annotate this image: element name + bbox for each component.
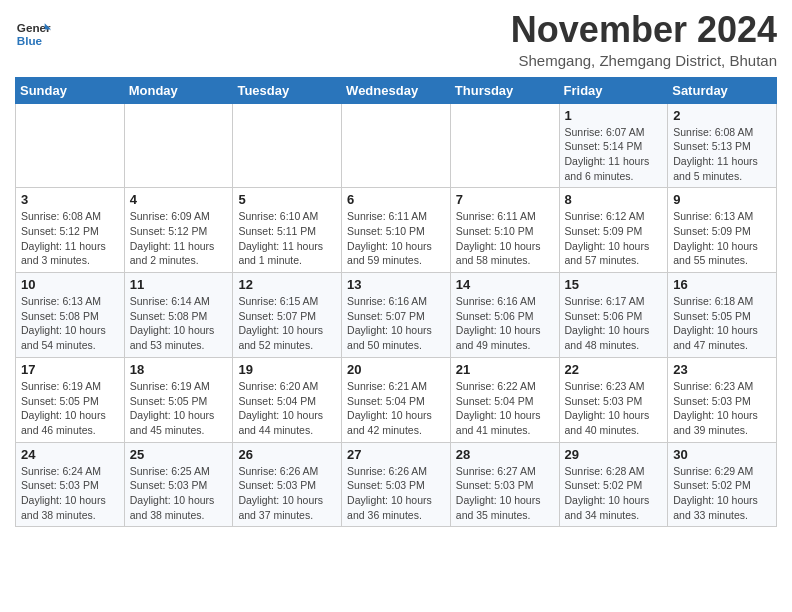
calendar-day-cell: 2Sunrise: 6:08 AM Sunset: 5:13 PM Daylig… (668, 103, 777, 188)
day-info: Sunrise: 6:19 AM Sunset: 5:05 PM Dayligh… (21, 379, 119, 438)
day-info: Sunrise: 6:20 AM Sunset: 5:04 PM Dayligh… (238, 379, 336, 438)
day-number: 5 (238, 192, 336, 207)
calendar-day-cell: 16Sunrise: 6:18 AM Sunset: 5:05 PM Dayli… (668, 273, 777, 358)
day-number: 25 (130, 447, 228, 462)
calendar-day-cell: 7Sunrise: 6:11 AM Sunset: 5:10 PM Daylig… (450, 188, 559, 273)
day-info: Sunrise: 6:07 AM Sunset: 5:14 PM Dayligh… (565, 125, 663, 184)
location-subtitle: Shemgang, Zhemgang District, Bhutan (511, 52, 777, 69)
day-number: 28 (456, 447, 554, 462)
calendar-day-cell (233, 103, 342, 188)
calendar-day-cell: 25Sunrise: 6:25 AM Sunset: 5:03 PM Dayli… (124, 442, 233, 527)
day-number: 12 (238, 277, 336, 292)
calendar-week-row: 24Sunrise: 6:24 AM Sunset: 5:03 PM Dayli… (16, 442, 777, 527)
day-number: 26 (238, 447, 336, 462)
day-number: 27 (347, 447, 445, 462)
day-number: 15 (565, 277, 663, 292)
day-number: 6 (347, 192, 445, 207)
calendar-day-cell: 13Sunrise: 6:16 AM Sunset: 5:07 PM Dayli… (342, 273, 451, 358)
weekday-header: Friday (559, 77, 668, 103)
page-header: General Blue November 2024 Shemgang, Zhe… (15, 10, 777, 69)
day-number: 18 (130, 362, 228, 377)
day-number: 23 (673, 362, 771, 377)
calendar-day-cell: 20Sunrise: 6:21 AM Sunset: 5:04 PM Dayli… (342, 357, 451, 442)
day-info: Sunrise: 6:08 AM Sunset: 5:13 PM Dayligh… (673, 125, 771, 184)
calendar-day-cell: 6Sunrise: 6:11 AM Sunset: 5:10 PM Daylig… (342, 188, 451, 273)
day-number: 29 (565, 447, 663, 462)
calendar-day-cell: 4Sunrise: 6:09 AM Sunset: 5:12 PM Daylig… (124, 188, 233, 273)
logo: General Blue (15, 16, 51, 52)
day-info: Sunrise: 6:22 AM Sunset: 5:04 PM Dayligh… (456, 379, 554, 438)
weekday-header: Saturday (668, 77, 777, 103)
day-number: 10 (21, 277, 119, 292)
calendar-day-cell: 15Sunrise: 6:17 AM Sunset: 5:06 PM Dayli… (559, 273, 668, 358)
calendar-day-cell: 28Sunrise: 6:27 AM Sunset: 5:03 PM Dayli… (450, 442, 559, 527)
calendar-day-cell: 23Sunrise: 6:23 AM Sunset: 5:03 PM Dayli… (668, 357, 777, 442)
day-number: 19 (238, 362, 336, 377)
calendar-day-cell: 18Sunrise: 6:19 AM Sunset: 5:05 PM Dayli… (124, 357, 233, 442)
month-title: November 2024 (511, 10, 777, 50)
day-info: Sunrise: 6:18 AM Sunset: 5:05 PM Dayligh… (673, 294, 771, 353)
day-number: 11 (130, 277, 228, 292)
day-info: Sunrise: 6:29 AM Sunset: 5:02 PM Dayligh… (673, 464, 771, 523)
day-number: 20 (347, 362, 445, 377)
calendar-day-cell: 26Sunrise: 6:26 AM Sunset: 5:03 PM Dayli… (233, 442, 342, 527)
day-info: Sunrise: 6:16 AM Sunset: 5:06 PM Dayligh… (456, 294, 554, 353)
day-info: Sunrise: 6:16 AM Sunset: 5:07 PM Dayligh… (347, 294, 445, 353)
calendar-day-cell: 11Sunrise: 6:14 AM Sunset: 5:08 PM Dayli… (124, 273, 233, 358)
calendar-day-cell: 22Sunrise: 6:23 AM Sunset: 5:03 PM Dayli… (559, 357, 668, 442)
calendar-day-cell: 17Sunrise: 6:19 AM Sunset: 5:05 PM Dayli… (16, 357, 125, 442)
day-info: Sunrise: 6:23 AM Sunset: 5:03 PM Dayligh… (673, 379, 771, 438)
calendar-day-cell: 5Sunrise: 6:10 AM Sunset: 5:11 PM Daylig… (233, 188, 342, 273)
day-number: 1 (565, 108, 663, 123)
title-block: November 2024 Shemgang, Zhemgang Distric… (511, 10, 777, 69)
calendar-day-cell: 3Sunrise: 6:08 AM Sunset: 5:12 PM Daylig… (16, 188, 125, 273)
weekday-header: Wednesday (342, 77, 451, 103)
day-number: 22 (565, 362, 663, 377)
day-info: Sunrise: 6:19 AM Sunset: 5:05 PM Dayligh… (130, 379, 228, 438)
calendar-day-cell: 30Sunrise: 6:29 AM Sunset: 5:02 PM Dayli… (668, 442, 777, 527)
calendar-day-cell: 21Sunrise: 6:22 AM Sunset: 5:04 PM Dayli… (450, 357, 559, 442)
calendar-day-cell (124, 103, 233, 188)
calendar-day-cell: 19Sunrise: 6:20 AM Sunset: 5:04 PM Dayli… (233, 357, 342, 442)
calendar-day-cell: 24Sunrise: 6:24 AM Sunset: 5:03 PM Dayli… (16, 442, 125, 527)
day-info: Sunrise: 6:08 AM Sunset: 5:12 PM Dayligh… (21, 209, 119, 268)
calendar-day-cell: 27Sunrise: 6:26 AM Sunset: 5:03 PM Dayli… (342, 442, 451, 527)
day-info: Sunrise: 6:09 AM Sunset: 5:12 PM Dayligh… (130, 209, 228, 268)
calendar-week-row: 1Sunrise: 6:07 AM Sunset: 5:14 PM Daylig… (16, 103, 777, 188)
day-info: Sunrise: 6:13 AM Sunset: 5:09 PM Dayligh… (673, 209, 771, 268)
calendar-day-cell: 9Sunrise: 6:13 AM Sunset: 5:09 PM Daylig… (668, 188, 777, 273)
day-number: 24 (21, 447, 119, 462)
day-info: Sunrise: 6:11 AM Sunset: 5:10 PM Dayligh… (456, 209, 554, 268)
weekday-header: Tuesday (233, 77, 342, 103)
weekday-header: Monday (124, 77, 233, 103)
day-number: 8 (565, 192, 663, 207)
day-info: Sunrise: 6:10 AM Sunset: 5:11 PM Dayligh… (238, 209, 336, 268)
day-info: Sunrise: 6:21 AM Sunset: 5:04 PM Dayligh… (347, 379, 445, 438)
calendar-header-row: SundayMondayTuesdayWednesdayThursdayFrid… (16, 77, 777, 103)
day-info: Sunrise: 6:26 AM Sunset: 5:03 PM Dayligh… (347, 464, 445, 523)
calendar-day-cell (450, 103, 559, 188)
day-info: Sunrise: 6:28 AM Sunset: 5:02 PM Dayligh… (565, 464, 663, 523)
day-number: 7 (456, 192, 554, 207)
day-info: Sunrise: 6:23 AM Sunset: 5:03 PM Dayligh… (565, 379, 663, 438)
calendar-table: SundayMondayTuesdayWednesdayThursdayFrid… (15, 77, 777, 528)
day-info: Sunrise: 6:27 AM Sunset: 5:03 PM Dayligh… (456, 464, 554, 523)
day-number: 9 (673, 192, 771, 207)
day-info: Sunrise: 6:11 AM Sunset: 5:10 PM Dayligh… (347, 209, 445, 268)
calendar-day-cell: 8Sunrise: 6:12 AM Sunset: 5:09 PM Daylig… (559, 188, 668, 273)
weekday-header: Thursday (450, 77, 559, 103)
day-info: Sunrise: 6:24 AM Sunset: 5:03 PM Dayligh… (21, 464, 119, 523)
day-number: 4 (130, 192, 228, 207)
calendar-day-cell: 14Sunrise: 6:16 AM Sunset: 5:06 PM Dayli… (450, 273, 559, 358)
day-info: Sunrise: 6:26 AM Sunset: 5:03 PM Dayligh… (238, 464, 336, 523)
calendar-week-row: 17Sunrise: 6:19 AM Sunset: 5:05 PM Dayli… (16, 357, 777, 442)
day-info: Sunrise: 6:14 AM Sunset: 5:08 PM Dayligh… (130, 294, 228, 353)
day-info: Sunrise: 6:17 AM Sunset: 5:06 PM Dayligh… (565, 294, 663, 353)
day-info: Sunrise: 6:15 AM Sunset: 5:07 PM Dayligh… (238, 294, 336, 353)
weekday-header: Sunday (16, 77, 125, 103)
logo-icon: General Blue (15, 16, 51, 52)
calendar-day-cell: 10Sunrise: 6:13 AM Sunset: 5:08 PM Dayli… (16, 273, 125, 358)
calendar-day-cell: 1Sunrise: 6:07 AM Sunset: 5:14 PM Daylig… (559, 103, 668, 188)
calendar-day-cell (342, 103, 451, 188)
day-info: Sunrise: 6:25 AM Sunset: 5:03 PM Dayligh… (130, 464, 228, 523)
